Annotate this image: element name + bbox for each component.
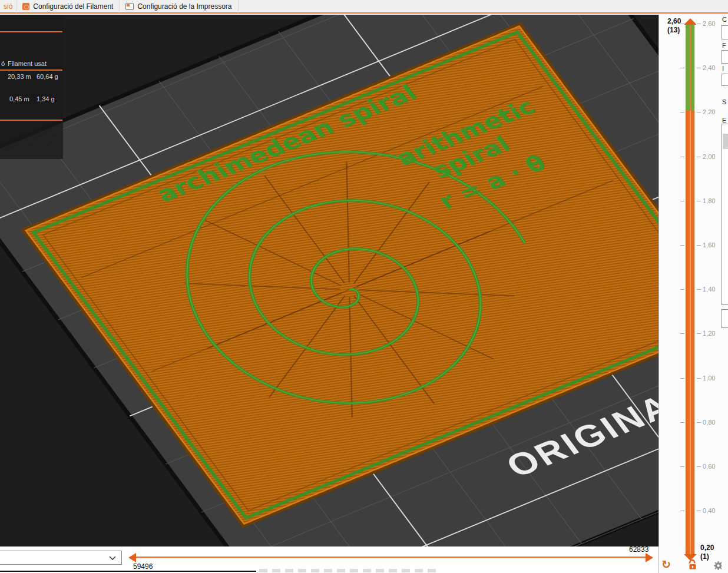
legend-separator [0,31,62,32]
legend-used-filament-header: Filament usat [8,60,47,67]
chevron-down-icon [109,556,116,561]
legend-panel: ó Filament usat 20,33 m 60,64 g 0,45 m 1… [0,15,63,159]
layer-slider-bottom-layer: (1) [700,552,709,561]
clipped-box[interactable] [722,309,728,328]
legend-row1-weight: 60,64 g [37,73,58,80]
tab-printer-label: Configuració de la Impressora [137,2,231,11]
layer-slider-top-layer: (13) [667,26,680,34]
legend-partial-header: ó [1,60,5,67]
layer-slider-track-upper[interactable] [686,24,694,111]
move-slider-left-handle[interactable] [128,553,136,562]
horizontal-move-slider-bar: 62833 59496 [0,546,658,573]
tab-print-settings-partial[interactable]: sió [0,0,16,13]
clipped-object-list[interactable] [722,124,728,305]
move-slider-max-label: 62833 [629,545,648,554]
layer-slider-bottom-value: 0,20 [700,544,714,552]
one-layer-line [690,24,691,111]
settings-tab-bar: sió Configuració del Filament Configurac… [0,0,728,14]
layer-slider-track-lower[interactable] [686,111,694,554]
layer-slider-upper-handle[interactable] [684,18,697,25]
tab-filament-settings[interactable]: Configuració del Filament [16,0,120,13]
move-slider-track[interactable] [136,557,646,558]
track-center-line [690,111,691,554]
clipped-label-e: E [722,117,726,124]
legend-separator [0,69,62,71]
legend-row2-weight: 1,34 g [37,95,55,102]
legend-row1-length: 20,33 m [8,73,31,80]
clipped-combo[interactable] [722,50,728,64]
move-slider-min-label: 59496 [133,562,153,571]
clipped-label-s: S [722,98,726,105]
tab-printer-settings[interactable]: Configuració de la Impressora [120,0,238,13]
legend-separator [0,120,62,121]
layer-slider-top-value: 2,60 [667,17,681,25]
legend-row2-length: 0,45 m [9,95,29,102]
printer-icon [125,3,134,10]
clipped-right-sidebar: C F I S E [722,15,728,573]
clipped-combo[interactable] [722,74,728,86]
view-mode-dropdown[interactable] [0,551,122,565]
gcode-preview-viewport[interactable]: archimedean spiral arithmetic spiral r =… [0,15,658,546]
undo-icon[interactable]: ↺ [661,558,671,571]
clipped-label-c: C [722,16,727,23]
tab-filament-label: Configuració del Filament [33,2,113,11]
clipped-label-i: I [722,65,724,72]
app-window: sió Configuració del Filament Configurac… [0,0,728,573]
clipped-status-text [259,569,436,572]
clipped-combo[interactable] [722,25,728,39]
clipped-window-edge [0,571,256,572]
clipped-label-f: F [722,42,726,49]
unlock-icon[interactable] [687,559,698,570]
filament-spool-icon [22,3,29,10]
layer-slider-panel: 2,60 (13) 2,602,402,202,001,801,601,401,… [658,15,728,573]
clipped-selected-row[interactable] [723,134,728,149]
move-slider-right-handle[interactable] [646,553,653,562]
